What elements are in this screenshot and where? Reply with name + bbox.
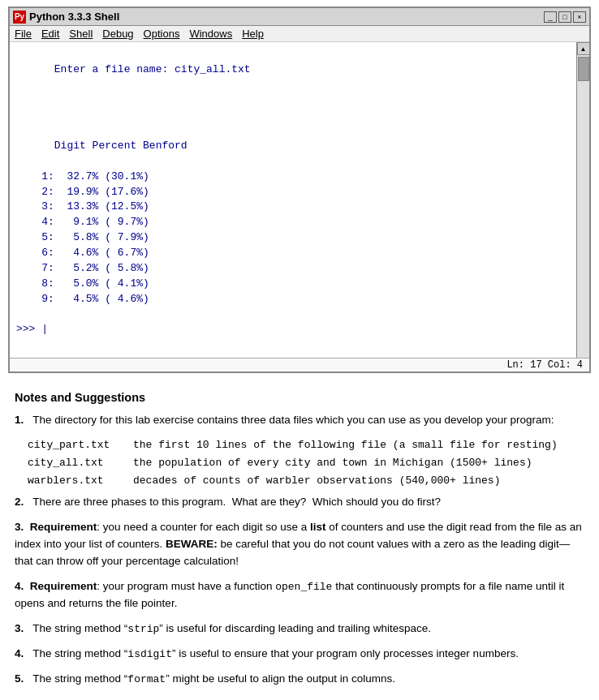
scroll-thumb[interactable] bbox=[578, 57, 589, 81]
note-2-number: 2. bbox=[15, 496, 24, 508]
file-table: city_part.txt the first 10 lines of the … bbox=[28, 437, 584, 489]
note-item-3: 3. Requirement: you need a counter for e… bbox=[15, 519, 584, 570]
titlebar-left: Py Python 3.3.3 Shell bbox=[13, 11, 119, 24]
menu-help[interactable]: Help bbox=[242, 28, 264, 40]
shell-prompt: >>> | bbox=[16, 323, 48, 335]
menu-file[interactable]: File bbox=[15, 28, 32, 40]
menu-debug[interactable]: Debug bbox=[102, 28, 133, 40]
shell-rows: 1: 32.7% (30.1%) 2: 19.9% (17.6%) 3: 13.… bbox=[16, 170, 149, 305]
shell-titlebar: Py Python 3.3.3 Shell _ □ × bbox=[10, 8, 589, 26]
titlebar-controls[interactable]: _ □ × bbox=[544, 11, 586, 23]
note-item-2: 2. There are three phases to this progra… bbox=[15, 494, 584, 511]
note-item-4: 4. Requirement: your program must have a… bbox=[15, 578, 584, 612]
note-1-number: 1. bbox=[15, 414, 24, 426]
shell-header: Digit Percent Benford bbox=[54, 140, 187, 152]
notes-section: Notes and Suggestions 1. The directory f… bbox=[0, 386, 599, 700]
menu-options[interactable]: Options bbox=[144, 28, 180, 40]
file-desc-2: the population of every city and town in… bbox=[133, 455, 532, 471]
note-5-number: 3. bbox=[15, 622, 24, 634]
maximize-button[interactable]: □ bbox=[558, 11, 571, 23]
note-5-code: strip bbox=[127, 623, 159, 635]
shell-prompt-line: Enter a file name: city_all.txt bbox=[54, 63, 251, 75]
close-button[interactable]: × bbox=[573, 11, 586, 23]
shell-scrollbar[interactable]: ▲ bbox=[576, 42, 589, 358]
note-3-beware: BEWARE: bbox=[166, 538, 218, 550]
note-6-code: isdigit bbox=[127, 648, 172, 660]
shell-window: Py Python 3.3.3 Shell _ □ × File Edit Sh… bbox=[8, 6, 591, 373]
menu-shell[interactable]: Shell bbox=[69, 28, 93, 40]
file-name-2: city_all.txt bbox=[28, 455, 133, 471]
note-item-7: 5. The string method “format” might be u… bbox=[15, 671, 584, 688]
note-4-number: 4. bbox=[15, 580, 24, 592]
file-name-3: warblers.txt bbox=[28, 473, 133, 489]
shell-output[interactable]: Enter a file name: city_all.txt Digit Pe… bbox=[10, 42, 576, 358]
scroll-up-arrow[interactable]: ▲ bbox=[577, 42, 590, 55]
file-row-1: city_part.txt the first 10 lines of the … bbox=[28, 437, 584, 453]
minimize-button[interactable]: _ bbox=[544, 11, 557, 23]
file-row-3: warblers.txt decades of counts of warble… bbox=[28, 473, 584, 489]
shell-statusbar: Ln: 17 Col: 4 bbox=[10, 358, 589, 371]
note-item-1: 1. The directory for this lab exercise c… bbox=[15, 412, 584, 429]
note-6-number: 4. bbox=[15, 647, 24, 659]
file-row-2: city_all.txt the population of every cit… bbox=[28, 455, 584, 471]
shell-content-area: Enter a file name: city_all.txt Digit Pe… bbox=[10, 42, 589, 358]
menu-windows[interactable]: Windows bbox=[189, 28, 232, 40]
note-7-code: format bbox=[127, 673, 166, 685]
note-item-5: 3. The string method “strip” is useful f… bbox=[15, 621, 584, 638]
note-4-requirement: Requirement bbox=[30, 580, 97, 592]
note-7-number: 5. bbox=[15, 672, 24, 685]
status-text: Ln: 17 Col: 4 bbox=[506, 359, 583, 371]
note-item-6: 4. The string method “isdigit” is useful… bbox=[15, 646, 584, 663]
notes-body: 1. The directory for this lab exercise c… bbox=[15, 412, 584, 700]
notes-title: Notes and Suggestions bbox=[15, 391, 584, 404]
window-title: Python 3.3.3 Shell bbox=[29, 11, 119, 23]
shell-menubar: File Edit Shell Debug Options Windows He… bbox=[10, 26, 589, 42]
note-3-number: 3. bbox=[15, 521, 24, 533]
note-4-code: open_file bbox=[275, 581, 332, 593]
note-3-list-bold: list bbox=[310, 521, 326, 533]
python-icon: Py bbox=[13, 11, 26, 24]
file-desc-3: decades of counts of warbler observation… bbox=[133, 473, 500, 489]
file-name-1: city_part.txt bbox=[28, 437, 133, 453]
file-desc-1: the first 10 lines of the following file… bbox=[133, 437, 558, 453]
note-3-requirement: Requirement bbox=[30, 521, 97, 533]
menu-edit[interactable]: Edit bbox=[41, 28, 59, 40]
note-item-8: 6. Your program does not need to somehow… bbox=[15, 696, 584, 700]
